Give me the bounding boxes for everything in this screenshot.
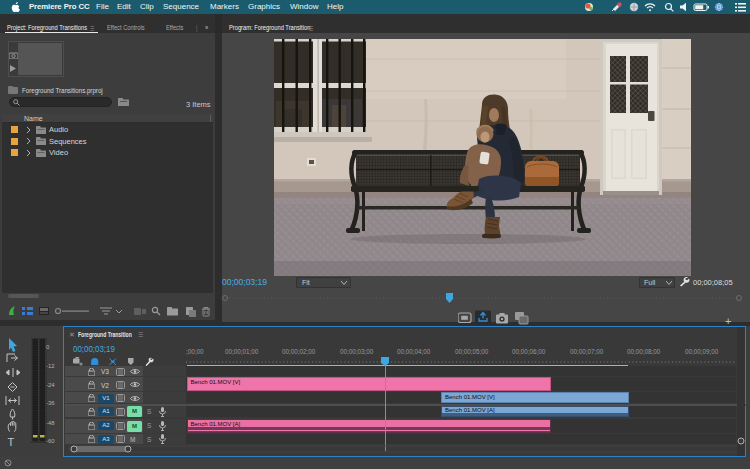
svg-text:T: T [8,436,15,448]
